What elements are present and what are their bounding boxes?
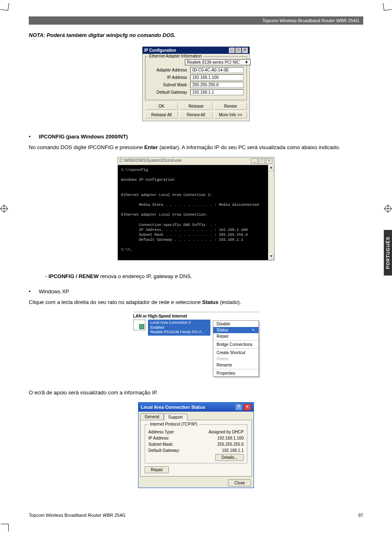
heading-text: IPCONFIG (para Windows 2000/NT) (39, 134, 128, 140)
window-title: IP Configuration (144, 48, 176, 53)
maximize-icon[interactable]: □ (235, 48, 241, 53)
menu-separator (213, 340, 258, 341)
scroll-down-icon[interactable]: ▼ (268, 253, 274, 260)
release-button[interactable]: Release (180, 103, 212, 110)
cmd-titlebar: C:\WINDOWS\System32\cmd.exe _ □ × (118, 157, 274, 165)
ctx-status[interactable]: Status ↖ (213, 327, 258, 333)
ethernet-adapter-group: Ethernet Adapter Information Realtek 813… (145, 56, 247, 100)
default-gateway-value: 192.168.1.1 (190, 89, 244, 95)
section-heading-ipconfig: • IPCONFIG (para Windows 2000/NT) (29, 134, 363, 140)
ip-address-label: IP Address: (148, 436, 169, 440)
adapter-select-value: Realtek 8139-series PCI NIC (187, 60, 240, 64)
tab-support[interactable]: Support (164, 414, 187, 420)
connection-status-window: Local Area Connection Status ? × General… (138, 402, 254, 488)
winxp-post: (estado). (219, 299, 241, 305)
default-gateway-value: 192.168.1.1 (222, 448, 244, 453)
minimize-icon[interactable]: _ (229, 48, 235, 53)
lan-connection-item[interactable]: Local Area Connection 2 Enabled Realtek … (148, 320, 210, 336)
address-type-value: Assigned by DHCP (208, 430, 244, 434)
bullet: • (29, 134, 31, 140)
close-button[interactable]: Close (228, 479, 251, 486)
scrollbar[interactable]: ▲ ▼ (268, 165, 274, 260)
close-icon[interactable]: × (266, 158, 272, 164)
renew-rest: renova o endereço IP, gateway e DNS. (99, 273, 192, 279)
lan-line3: Realtek RTL8139 Family PCI F... (150, 330, 208, 335)
header-product: Topcom Wireless Broadband Router WBR 254… (263, 18, 359, 23)
status-titlebar: Local Area Connection Status ? × (138, 403, 254, 412)
subnet-mask-label: Subnet Mask: (148, 442, 173, 447)
adapter-address-label: Adapter Address (148, 68, 190, 72)
ctx-bridge[interactable]: Bridge Connections (213, 341, 258, 348)
footer-left: Topcom Wireless Broadband Router WBR 254… (29, 513, 125, 518)
menu-separator (213, 348, 258, 349)
help-icon[interactable]: ? (235, 404, 242, 410)
cmd-window: C:\WINDOWS\System32\cmd.exe _ □ × C:\>ip… (118, 157, 274, 260)
winxp-body-text: Clique com a tecla direita do seu rato n… (29, 299, 363, 306)
footer-page-number: 97 (358, 513, 363, 518)
close-icon[interactable]: × (244, 404, 251, 410)
tab-general[interactable]: General (140, 413, 164, 420)
ip-address-label: IP Address (148, 75, 190, 80)
nota-text: NOTA: Poderá também digitar winipcfg no … (29, 32, 363, 38)
adapter-select[interactable]: Realtek 8139-series PCI NIC ▼ (185, 59, 251, 65)
network-adapter-icon (133, 320, 145, 330)
lan-line2: Enabled (150, 325, 208, 330)
maximize-icon[interactable]: □ (258, 158, 265, 164)
fieldset-label: Internet Protocol (TCP/IP) (148, 422, 199, 426)
ctx-shortcut[interactable]: Create Shortcut (213, 350, 258, 356)
subnet-mask-value: 255.255.255.0 (217, 442, 244, 447)
renew-bold: IPCONFIG / RENEW (48, 273, 99, 279)
ctx-disable[interactable]: Disable (213, 321, 258, 327)
default-gateway-label: Default Gateway (148, 90, 190, 94)
windows-xp-label: Windows XP (39, 288, 69, 295)
ctx-delete: Delete (213, 356, 258, 362)
dropdown-icon: ▼ (244, 60, 249, 64)
repair-button[interactable]: Repair (145, 466, 169, 473)
cmd-title: C:\WINDOWS\System32\cmd.exe (120, 158, 182, 164)
details-button[interactable]: Details... (215, 454, 244, 461)
default-gateway-label: Default Gateway: (148, 448, 180, 453)
ipconfig-body-text: No comando DOS digite IPCONFIG e pressio… (29, 144, 363, 151)
windows-xp-bullet: • Windows XP (29, 288, 363, 295)
context-menu: Disable Status ↖ Repair Bridge Connectio… (213, 320, 259, 377)
scroll-up-icon[interactable]: ▲ (268, 165, 274, 171)
bullet: • (29, 288, 31, 295)
cursor-icon: ↖ (252, 328, 255, 332)
menu-separator (213, 369, 258, 369)
enter-bold: Enter (144, 144, 158, 150)
window-titlebar: IP Configuration _ □ × (143, 47, 249, 54)
ctx-rename[interactable]: Rename (213, 362, 258, 368)
group-label: Ethernet Adapter Information (148, 54, 203, 58)
cmd-output: C:\>ipconfig Windows IP Configuration Et… (118, 165, 274, 260)
more-info-button[interactable]: More Info >> (214, 111, 247, 118)
renew-button[interactable]: Renew (214, 103, 247, 110)
winxp-status-bold: Status (202, 299, 219, 305)
close-icon[interactable]: × (242, 48, 248, 53)
ctx-properties[interactable]: Properties (213, 370, 258, 376)
minimize-icon[interactable]: _ (251, 158, 258, 164)
subnet-mask-label: Subnet Mask (148, 83, 190, 87)
body-pre: No comando DOS digite IPCONFIG e pressio… (29, 144, 144, 150)
page-footer: Topcom Wireless Broadband Router WBR 254… (29, 513, 363, 518)
adapter-address-value: 00-C0-4C-A0-14-0E (190, 67, 244, 73)
ok-button[interactable]: OK (145, 103, 178, 110)
ip-address-value: 192.168.1.100 (217, 436, 244, 440)
status-title: Local Area Connection Status (141, 405, 205, 410)
header-bar: Topcom Wireless Broadband Router WBR 254… (29, 16, 363, 25)
lan-context-figure: LAN or High-Speed Internet Local Area Co… (133, 312, 259, 377)
body-post: (aceitar). A informação IP do seu PC ser… (158, 144, 340, 150)
renew-all-button[interactable]: Renew All (180, 111, 212, 118)
address-type-label: Address Type: (148, 430, 175, 434)
dash-bullet: - (45, 273, 48, 279)
release-all-button[interactable]: Release All (145, 111, 178, 118)
tcpip-fieldset: Internet Protocol (TCP/IP) Address Type:… (145, 424, 247, 463)
language-side-tab: PORTUGUÊS (384, 230, 392, 276)
winxp-pre: Clique com a tecla direita do seu rato n… (29, 299, 202, 305)
ipconfig-renew-line: - IPCONFIG / RENEW renova o endereço IP,… (45, 273, 363, 280)
lan-group-label: LAN or High-Speed Internet (133, 312, 259, 318)
ctx-status-label: Status (217, 328, 228, 332)
ip-configuration-window: IP Configuration _ □ × Ethernet Adapter … (142, 46, 250, 121)
subnet-mask-value: 255.255.255.0 (190, 82, 244, 88)
ctx-repair[interactable]: Repair (213, 333, 258, 339)
lan-line1: Local Area Connection 2 (150, 320, 208, 325)
